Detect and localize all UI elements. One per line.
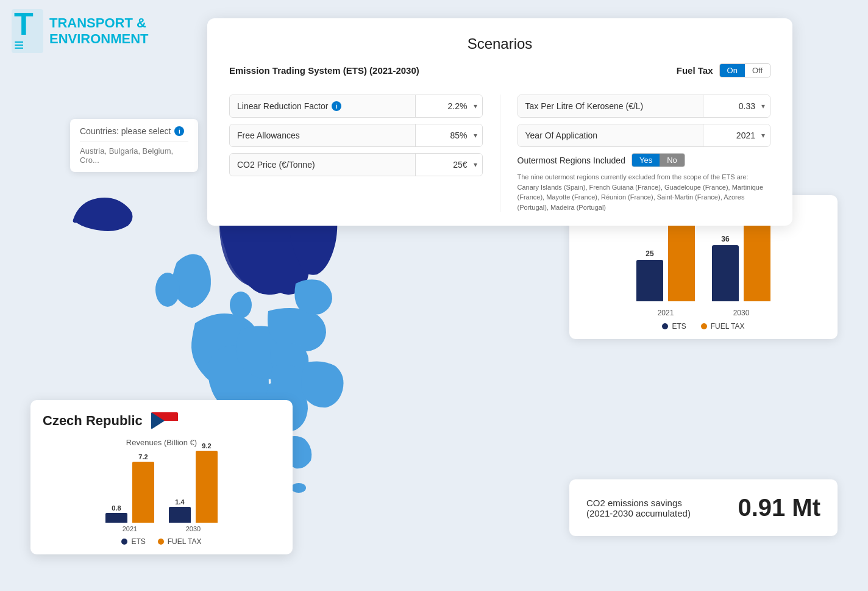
outermost-label: Outermost Regions Included [518, 156, 625, 165]
fuel-tax-toggle[interactable]: On Off [719, 63, 770, 77]
czech-flag [151, 412, 178, 429]
countries-panel: Countries: please select i Austria, Bulg… [70, 119, 198, 172]
legend-fuel-dot [701, 323, 707, 329]
co2-price-row: CO2 Price (€/Tonne) 25€ 50€ 100€ [229, 153, 483, 176]
logo-line1: TRANSPORT & [49, 15, 149, 31]
tax-per-litre-row: Tax Per Litre Of Kerosene (€/L) 0.33 0.2… [518, 95, 771, 118]
czech-bar-2021-ets: 0.8 [105, 504, 127, 523]
logo-text: TRANSPORT & ENVIRONMENT [49, 15, 149, 48]
tax-per-litre-label: Tax Per Litre Of Kerosene (€/L) [518, 95, 703, 117]
legend-fuel: FUEL TAX [701, 322, 745, 331]
co2-value: 0.91 Mt [738, 494, 820, 521]
linear-reduction-row: Linear Reduction Factor i 2.2% 1.5% 3.0% [229, 95, 483, 118]
year-of-application-select[interactable]: 2021 2022 2023 [703, 124, 770, 146]
ets-fields: Linear Reduction Factor i 2.2% 1.5% 3.0%… [229, 95, 483, 212]
scenarios-panel: Scenarios Emission Trading System (ETS) … [207, 18, 792, 226]
bar-2021-ets: 25 [636, 249, 663, 301]
fuel-tax-on-button[interactable]: On [720, 64, 745, 77]
czech-legend-fuel-dot [158, 539, 164, 545]
czech-bar-group-2021: 0.8 7.2 2021 [105, 453, 154, 532]
fuel-tax-off-button[interactable]: Off [745, 64, 770, 77]
free-allowances-label: Free Allowances [230, 124, 415, 146]
czech-bar-chart: 0.8 7.2 2021 1.4 9.2 [43, 453, 280, 532]
ets-title: Emission Trading System (ETS) (2021-2030… [229, 65, 419, 76]
linear-reduction-info-icon[interactable]: i [332, 101, 341, 111]
czech-bar-2021-fuel: 7.2 [132, 453, 154, 523]
countries-label[interactable]: Countries: please select i [80, 126, 188, 136]
czech-name: Czech Republic [43, 413, 143, 429]
linear-reduction-label: Linear Reduction Factor i [230, 95, 415, 117]
fuel-tax-fields: Tax Per Litre Of Kerosene (€/L) 0.33 0.2… [518, 95, 771, 212]
countries-info-icon[interactable]: i [174, 126, 184, 136]
czech-bar-group-2030: 1.4 9.2 2030 [169, 442, 218, 532]
fuel-tax-label: Fuel Tax [677, 65, 713, 76]
czech-legend-ets: ETS [121, 537, 145, 546]
free-allowances-row: Free Allowances 85% 50% 0% [229, 124, 483, 147]
logo-line2: ENVIRONMENT [49, 31, 149, 47]
outermost-yes-button[interactable]: Yes [632, 154, 660, 167]
czech-header: Czech Republic [43, 412, 280, 429]
outermost-row: Outermost Regions Included Yes No [518, 153, 771, 167]
czech-legend-ets-dot [121, 539, 127, 545]
countries-value: Austria, Bulgaria, Belgium, Cro... [80, 141, 188, 165]
tax-per-litre-select[interactable]: 0.33 0.20 0.50 [703, 95, 770, 117]
outermost-no-button[interactable]: No [660, 154, 685, 167]
svg-point-5 [230, 292, 252, 318]
bar-2030-ets: 36 [712, 235, 739, 301]
co2-price-label: CO2 Price (€/Tonne) [230, 154, 415, 176]
svg-text:≡: ≡ [14, 35, 24, 53]
year-of-application-label: Year Of Application [518, 124, 703, 146]
czech-2021-fuel-rect [132, 462, 154, 523]
legend-ets-dot [662, 323, 668, 329]
czech-2021-ets-rect [105, 513, 127, 523]
top-chart-legend: ETS FUEL TAX [582, 322, 825, 331]
outermost-note: The nine outermost regions currently exc… [518, 172, 771, 212]
year-of-application-row: Year Of Application 2021 2022 2023 [518, 124, 771, 147]
co2-savings-panel: CO2 emissions savings(2021-2030 accumula… [569, 479, 838, 536]
legend-ets: ETS [662, 322, 686, 331]
free-allowances-select[interactable]: 85% 50% 0% [415, 124, 482, 146]
logo: T ≡ TRANSPORT & ENVIRONMENT [12, 9, 149, 53]
bar-2021-ets-rect [636, 260, 663, 301]
bar-2030-ets-rect [712, 245, 739, 301]
czech-bar-2030-ets: 1.4 [169, 498, 191, 523]
czech-card: Czech Republic Revenues (Billion €) 0.8 … [30, 400, 293, 554]
logo-icon: T ≡ [12, 9, 43, 53]
czech-legend-fuel: FUEL TAX [158, 537, 202, 546]
svg-point-8 [291, 483, 306, 493]
fuel-tax-header: Fuel Tax On Off [677, 63, 770, 77]
svg-point-6 [155, 273, 180, 307]
scenarios-title: Scenarios [229, 35, 770, 52]
czech-bar-2030-fuel: 9.2 [196, 442, 218, 523]
czech-legend: ETS FUEL TAX [43, 537, 280, 546]
co2-label: CO2 emissions savings(2021-2030 accumula… [586, 498, 725, 518]
co2-price-select[interactable]: 25€ 50€ 100€ [415, 154, 482, 176]
outermost-toggle[interactable]: Yes No [631, 153, 685, 167]
czech-chart-title: Revenues (Billion €) [43, 438, 280, 447]
linear-reduction-select[interactable]: 2.2% 1.5% 3.0% [415, 95, 482, 117]
czech-2030-ets-rect [169, 507, 191, 523]
czech-2030-fuel-rect [196, 451, 218, 523]
